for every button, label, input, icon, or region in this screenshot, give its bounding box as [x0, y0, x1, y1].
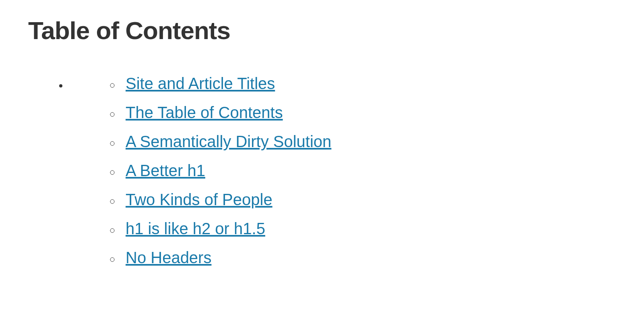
toc-link-a-better-h1[interactable]: A Better h1: [126, 162, 205, 179]
toc-heading: Table of Contents: [28, 16, 616, 45]
toc-outer-list: Site and Article Titles The Table of Con…: [68, 69, 616, 272]
toc-item: Site and Article Titles: [121, 69, 616, 98]
toc-link-site-and-article-titles[interactable]: Site and Article Titles: [126, 75, 275, 92]
toc-link-two-kinds-of-people[interactable]: Two Kinds of People: [126, 191, 272, 208]
toc-inner-list: Site and Article Titles The Table of Con…: [121, 69, 616, 272]
toc-outer-item: Site and Article Titles The Table of Con…: [68, 69, 616, 272]
toc-item: No Headers: [121, 243, 616, 272]
toc-link-a-semantically-dirty-solution[interactable]: A Semantically Dirty Solution: [126, 133, 331, 150]
toc-link-no-headers[interactable]: No Headers: [126, 249, 211, 266]
toc-item: A Better h1: [121, 156, 616, 185]
toc-link-h1-is-like-h2-or-h1-5[interactable]: h1 is like h2 or h1.5: [126, 220, 265, 237]
toc-item: h1 is like h2 or h1.5: [121, 214, 616, 243]
toc-item: The Table of Contents: [121, 98, 616, 127]
toc-item: Two Kinds of People: [121, 185, 616, 214]
toc-item: A Semantically Dirty Solution: [121, 127, 616, 156]
toc-link-the-table-of-contents[interactable]: The Table of Contents: [126, 104, 283, 121]
